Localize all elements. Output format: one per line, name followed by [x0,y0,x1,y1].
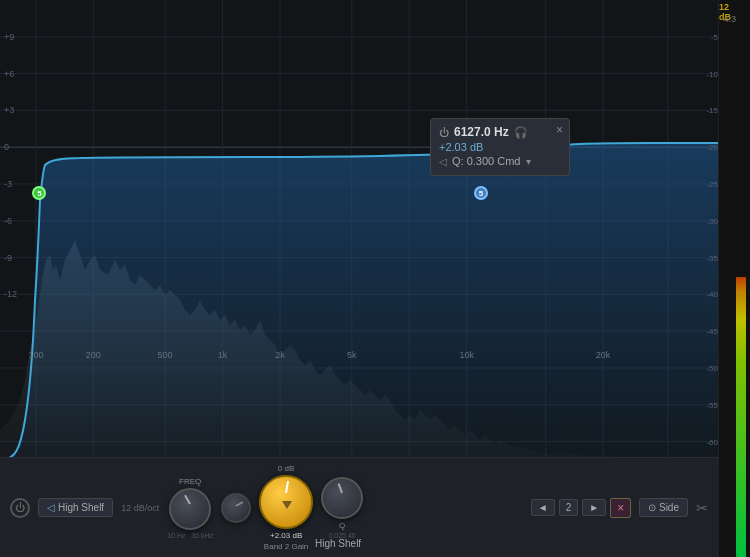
freq-fine-knob-container [221,493,251,523]
next-band-button[interactable]: ► [582,499,606,516]
freq-500: 500 [158,350,173,360]
freq-10k: 10k [459,350,474,360]
q-knob-label: Q [339,521,345,530]
gain-knob-value: +2.03 dB [270,531,302,540]
popup-dropdown-icon[interactable]: ▾ [526,156,531,167]
eq-display: +9 +6 +3 0 -3 -6 -9 -12 5 [0,0,718,460]
popup-q: Q: 0.300 Cmd [452,155,521,167]
scissors-button[interactable]: ✂ [696,500,708,516]
meter-bar: 12 dB -4.3 [718,0,750,557]
right-db-minus60: -60 [706,437,718,446]
right-db-minus30: -30 [706,216,718,225]
right-db-scale: -5 -10 -15 -20 -25 -30 -35 -40 -45 -50 -… [702,0,718,460]
meter-neg-value: -4.3 [720,14,736,24]
right-db-minus45: -45 [706,327,718,336]
freq-2k: 2k [275,350,285,360]
popup-arrow-icon: ◁ [439,156,447,167]
gain-knob-container: 0 dB +2.03 dB Band 2 Gain [259,464,313,551]
band-label-1: 5 [37,189,41,198]
freq-knob-range: 10 Hz 30 kHz [167,532,213,539]
freq-knob-label: FREQ [179,477,201,486]
right-db-minus10: -10 [706,69,718,78]
popup-gain: +2.03 dB [439,141,483,153]
right-db-minus55: -55 [706,400,718,409]
popup-power-icon[interactable]: ⏻ [439,127,449,138]
q-knob[interactable] [321,477,363,519]
freq-200: 200 [86,350,101,360]
band-type-button[interactable]: ◁High Shelf [38,498,113,517]
high-shelf-label: High Shelf [315,538,361,549]
meter-level-bar [736,277,746,557]
popup-frequency: 6127.0 Hz [454,125,509,139]
right-db-minus5: -5 [711,32,718,41]
band-type-arrow-icon: ◁ [47,502,55,513]
band-point-2[interactable]: 5 [474,186,488,200]
freq-20k: 20k [596,350,611,360]
band-label-2: 5 [479,189,483,198]
right-db-minus35: -35 [706,253,718,262]
close-band-button[interactable]: × [610,498,631,518]
gain-db-label: 0 dB [278,464,294,473]
nav-area: ◄ 2 ► × [531,498,631,518]
freq-fine-knob[interactable] [221,493,251,523]
freq-labels: 100 200 500 1k 2k 5k 10k 20k [0,344,718,360]
gain-knob[interactable] [259,475,313,529]
band-point-1[interactable]: 5 [32,186,46,200]
band-info-popup: × ⏻ 6127.0 Hz 🎧 +2.03 dB ◁ Q: 0.300 Cmd … [430,118,570,176]
popup-headphones-icon[interactable]: 🎧 [514,126,528,139]
gain-knob-label: Band 2 Gain [264,542,308,551]
band-power-button[interactable]: ⏻ [10,498,30,518]
db-oct-label: 12 dB/oct [121,503,159,513]
freq-knob[interactable] [169,488,211,530]
right-db-minus15: -15 [706,106,718,115]
right-db-minus50: -50 [706,364,718,373]
freq-1k: 1k [218,350,228,360]
freq-100: 100 [28,350,43,360]
popup-close-button[interactable]: × [556,123,563,137]
right-db-minus25: -25 [706,180,718,189]
prev-band-button[interactable]: ◄ [531,499,555,516]
q-knob-container: Q 0.025 40 [321,477,363,539]
right-db-minus20: -20 [706,143,718,152]
band-number-button[interactable]: 2 [559,499,579,516]
right-db-minus40: -40 [706,290,718,299]
freq-5k: 5k [347,350,357,360]
freq-knob-container: FREQ 10 Hz 30 kHz [167,477,213,539]
output-button[interactable]: ⊙ Side [639,498,688,517]
